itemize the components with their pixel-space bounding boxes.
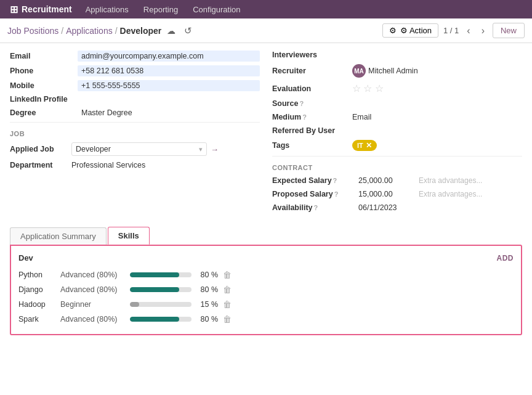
cloud-save-icon[interactable]: ☁ <box>164 24 179 38</box>
star-rating[interactable]: ☆ ☆ ☆ <box>352 83 522 94</box>
expected-salary-value[interactable]: 25,000.00 <box>358 176 414 185</box>
degree-row: Degree Master Degree <box>10 107 260 118</box>
availability-label: Availability ? <box>272 203 358 212</box>
department-value[interactable]: Professional Services <box>71 161 145 169</box>
medium-question-mark[interactable]: ? <box>302 113 307 121</box>
proposed-salary-value[interactable]: 15,000.00 <box>358 190 414 198</box>
skill-bar-container <box>130 302 191 307</box>
nav-item-configuration[interactable]: Configuration <box>187 2 246 17</box>
top-navigation: ⊞ Recruitment Applications Reporting Con… <box>0 0 532 18</box>
recruiter-name: Mitchell Admin <box>368 67 418 75</box>
evaluation-label: Evaluation <box>272 84 352 93</box>
degree-label: Degree <box>10 108 78 117</box>
skill-delete-icon[interactable]: 🗑 <box>223 270 232 280</box>
proposed-salary-extra[interactable]: Extra advantages... <box>419 190 482 198</box>
app-name: Recruitment <box>22 4 72 14</box>
skills-list: Python Advanced (80%) 80 % 🗑 Django Adva… <box>18 267 514 327</box>
skill-level: Advanced (80%) <box>60 285 125 294</box>
nav-item-applications[interactable]: Applications <box>79 2 135 17</box>
applied-job-select[interactable]: Developer ▾ <box>71 142 207 156</box>
breadcrumb-current: Developer <box>120 26 162 36</box>
add-skill-button[interactable]: ADD <box>497 254 514 263</box>
skill-row: Django Advanced (80%) 80 % 🗑 <box>18 282 514 297</box>
app-logo[interactable]: ⊞ Recruitment <box>5 4 77 15</box>
skill-row: Spark Advanced (80%) 80 % 🗑 <box>18 312 514 327</box>
availability-value[interactable]: 06/11/2023 <box>358 203 414 212</box>
source-label-text: Source <box>272 99 298 108</box>
expected-salary-question[interactable]: ? <box>333 177 337 184</box>
breadcrumb-sep-2: / <box>115 26 118 36</box>
applied-job-value: Developer <box>76 145 111 153</box>
skill-delete-icon[interactable]: 🗑 <box>223 285 232 295</box>
skills-header: Dev ADD <box>18 253 514 263</box>
tab-skills[interactable]: Skills <box>108 227 150 245</box>
external-link-icon[interactable]: → <box>211 145 219 154</box>
medium-label-text: Medium <box>272 113 301 121</box>
toolbar-right: ⚙ ⚙ Action 1 / 1 ‹ › New <box>382 23 525 38</box>
job-section-label: JOB <box>10 130 260 137</box>
medium-label: Medium ? <box>272 113 352 121</box>
breadcrumb-job-positions[interactable]: Job Positions <box>7 26 58 36</box>
expected-salary-row: Expected Salary ? 25,000.00 Extra advant… <box>272 176 522 185</box>
skills-panel: Dev ADD Python Advanced (80%) 80 % 🗑 Dja… <box>10 245 522 335</box>
referred-row: Referred By User <box>272 126 522 135</box>
medium-value[interactable]: Email <box>352 113 522 121</box>
degree-value[interactable]: Master Degree <box>78 107 260 118</box>
avatar: MA <box>352 64 366 78</box>
phone-row: Phone +58 212 681 0538 <box>10 65 260 76</box>
prev-page-button[interactable]: ‹ <box>464 23 473 38</box>
skill-delete-icon[interactable]: 🗑 <box>223 314 232 324</box>
skill-name: Spark <box>18 315 55 324</box>
source-question-mark[interactable]: ? <box>299 100 304 107</box>
skills-group-name: Dev <box>18 253 33 263</box>
action-button[interactable]: ⚙ ⚙ Action <box>382 23 438 38</box>
proposed-salary-label: Proposed Salary ? <box>272 190 358 198</box>
tag-it-text: IT <box>357 142 363 149</box>
tags-row: Tags IT ✕ <box>272 140 522 151</box>
source-label: Source ? <box>272 99 352 108</box>
recruiter-label: Recruiter <box>272 67 352 75</box>
linkedin-value[interactable] <box>78 98 260 100</box>
recruiter-value[interactable]: MA Mitchell Admin <box>352 64 522 78</box>
email-label: Email <box>10 52 78 60</box>
proposed-salary-question[interactable]: ? <box>334 190 339 198</box>
phone-label: Phone <box>10 67 78 75</box>
recruiter-row: Recruiter MA Mitchell Admin <box>272 64 522 78</box>
skill-name: Python <box>18 271 55 279</box>
secondary-bar: Job Positions / Applications / Developer… <box>0 18 532 43</box>
left-column: Email admin@yourcompany.example.com Phon… <box>10 51 260 217</box>
contract-section-label: CONTRACT <box>272 164 522 171</box>
linkedin-label: LinkedIn Profile <box>10 95 78 104</box>
expected-salary-extra[interactable]: Extra advantages... <box>419 176 482 185</box>
refresh-icon[interactable]: ↺ <box>181 23 195 38</box>
skill-level: Advanced (80%) <box>60 315 125 324</box>
new-button[interactable]: New <box>493 23 525 38</box>
phone-value[interactable]: +58 212 681 0538 <box>78 65 260 76</box>
nav-item-reporting[interactable]: Reporting <box>137 2 184 17</box>
tab-application-summary[interactable]: Application Summary <box>10 227 107 245</box>
evaluation-row: Evaluation ☆ ☆ ☆ <box>272 83 522 94</box>
interviewers-row: Interviewers <box>272 51 522 59</box>
department-label: Department <box>10 161 71 169</box>
department-row: Department Professional Services <box>10 161 260 169</box>
availability-question[interactable]: ? <box>314 204 318 211</box>
medium-row: Medium ? Email <box>272 113 522 121</box>
gear-icon: ⚙ <box>389 26 397 35</box>
linkedin-row: LinkedIn Profile <box>10 95 260 104</box>
mobile-label: Mobile <box>10 81 78 90</box>
skill-delete-icon[interactable]: 🗑 <box>223 299 232 309</box>
pagination-label: 1 / 1 <box>443 26 459 35</box>
applied-job-row: Applied Job Developer ▾ → <box>10 142 260 156</box>
email-value[interactable]: admin@yourcompany.example.com <box>78 51 260 62</box>
source-row: Source ? <box>272 99 522 108</box>
main-content: Email admin@yourcompany.example.com Phon… <box>0 43 532 350</box>
expected-salary-label: Expected Salary ? <box>272 176 358 185</box>
next-page-button[interactable]: › <box>478 23 488 38</box>
skill-pct: 80 % <box>196 271 218 279</box>
tag-remove-icon[interactable]: ✕ <box>366 141 372 150</box>
breadcrumb-applications[interactable]: Applications <box>66 26 113 36</box>
skill-row: Hadoop Beginner 15 % 🗑 <box>18 297 514 312</box>
mobile-value[interactable]: +1 555-555-5555 <box>78 80 260 91</box>
skill-level: Beginner <box>60 300 125 309</box>
interviewers-label: Interviewers <box>272 51 352 59</box>
